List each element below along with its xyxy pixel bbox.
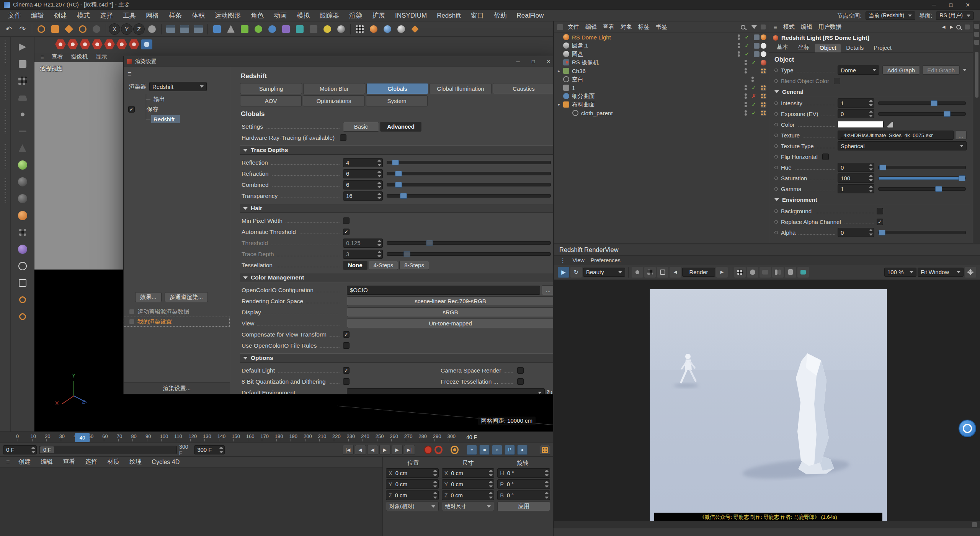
transport-button[interactable]: ◀ — [367, 445, 378, 455]
viewport-menu-item[interactable]: 显示 — [92, 53, 111, 60]
material-tag-icon[interactable] — [761, 43, 766, 49]
spinner[interactable] — [489, 481, 493, 487]
start-render-icon[interactable]: ▶ — [558, 267, 569, 278]
history-forward-icon[interactable]: ▶ — [949, 25, 955, 29]
hamburger-icon[interactable]: ≡ — [3, 459, 13, 466]
menu-item[interactable]: 渲染 — [344, 11, 367, 20]
last-tool-icon[interactable] — [90, 23, 103, 36]
multipass-button[interactable]: 多通道渲染... — [165, 292, 208, 302]
frame-tick[interactable]: 60 — [104, 432, 118, 443]
resize-grip-icon[interactable] — [972, 522, 977, 527]
compare-ab-icon[interactable] — [772, 267, 784, 278]
frame-tick[interactable]: 120 — [190, 432, 205, 443]
plugin-ball-icon[interactable] — [367, 23, 380, 36]
palette-handle[interactable] — [5, 41, 6, 65]
view-button[interactable]: Un-tone-mapped — [347, 319, 554, 328]
visibility-dots[interactable] — [744, 110, 747, 116]
points-mode-icon[interactable] — [14, 107, 31, 122]
frame-tick[interactable]: 280 — [420, 432, 434, 443]
frame-tick[interactable]: 190 — [291, 432, 305, 443]
lock-icon[interactable] — [965, 25, 970, 29]
help-badge[interactable] — [959, 420, 976, 437]
xpresso-qr-icon[interactable] — [353, 23, 366, 36]
x-axis-lock-button[interactable]: X — [109, 23, 120, 35]
frame-tick[interactable]: 10 — [32, 432, 47, 443]
viewport-menu-item[interactable]: 查看 — [48, 53, 67, 60]
menu-item[interactable]: 体积 — [187, 11, 210, 20]
dialog-minimize-button[interactable]: ─ — [510, 57, 526, 67]
object-row[interactable]: 细分曲面 ✗ — [554, 92, 769, 100]
freeze-tessellation-checkbox[interactable] — [517, 378, 524, 385]
exposure-slider[interactable] — [878, 112, 966, 116]
combined-field[interactable]: 6 — [343, 180, 383, 190]
color-management-section[interactable]: Color Management — [240, 273, 555, 282]
quantize-icon[interactable] — [14, 225, 31, 240]
autokey-position-icon[interactable]: + — [467, 445, 477, 455]
visibility-dots[interactable] — [744, 101, 747, 108]
phong-tag-icon[interactable] — [754, 51, 760, 57]
menu-item[interactable]: 帮助 — [489, 11, 512, 20]
model-mode-icon[interactable] — [14, 57, 31, 71]
apply-button[interactable]: 应用 — [497, 502, 550, 511]
spinner[interactable] — [489, 470, 493, 476]
renderer-select[interactable]: Redshift — [149, 82, 207, 91]
transport-button[interactable]: ▶| — [404, 445, 415, 455]
object-row[interactable]: ▾ 布料曲面 ✓ — [554, 100, 769, 109]
visibility-dots[interactable] — [744, 59, 747, 65]
rotate-ccw-icon[interactable] — [14, 293, 31, 307]
frame-tick[interactable]: 70 — [118, 432, 133, 443]
gamma-slider[interactable] — [878, 187, 966, 191]
size-z-field[interactable]: Z0 cm — [442, 490, 495, 500]
general-section[interactable]: General — [772, 88, 970, 96]
object-row[interactable]: 空白 — [554, 75, 769, 83]
palette-handle[interactable] — [5, 178, 6, 203]
spinner[interactable] — [31, 447, 35, 453]
xp-generator-icon[interactable] — [116, 39, 127, 50]
saturation-field[interactable]: 100 — [838, 173, 874, 183]
menu-item[interactable]: INSYDIUM — [390, 12, 432, 20]
alpha-slider[interactable] — [878, 231, 966, 234]
frame-tick[interactable]: 170 — [262, 432, 276, 443]
spline-pen-icon[interactable] — [224, 23, 237, 36]
layers-icon[interactable] — [760, 267, 771, 278]
ocio-config-field[interactable]: $OCIO — [347, 286, 540, 295]
record-options-icon[interactable] — [434, 446, 443, 454]
clipboard-icon[interactable] — [785, 267, 796, 278]
renderview-canvas[interactable]: 《微信公众号: 野鹿志 制作: 野鹿志 作者: 马鹿野郎》 (1.64s) — [554, 280, 980, 521]
mograph-icon[interactable] — [238, 23, 251, 36]
spinner[interactable] — [545, 492, 549, 498]
visibility-dots[interactable] — [744, 93, 747, 99]
ocio-browse-button[interactable]: ... — [542, 285, 555, 295]
spinner[interactable] — [545, 470, 549, 476]
camera-icon[interactable] — [307, 23, 320, 36]
object-menu-item[interactable]: 对象 — [617, 23, 635, 31]
saturation-slider[interactable] — [878, 176, 966, 180]
spinner[interactable] — [219, 447, 223, 453]
tab-project[interactable]: Project — [869, 44, 896, 52]
frame-tick[interactable]: 30 — [61, 432, 75, 443]
preset-item[interactable]: 运动剪辑源渲染数据 — [124, 307, 230, 317]
material-menu-item[interactable]: 创建 — [13, 458, 36, 466]
compensate-view-transform-checkbox[interactable]: ✓ — [343, 331, 350, 338]
expander-icon[interactable]: ▸ — [558, 69, 563, 74]
frame-tick[interactable]: 160 — [248, 432, 262, 443]
workplane-mode-icon[interactable] — [14, 90, 31, 105]
spinner[interactable] — [489, 492, 493, 498]
xp-question-icon[interactable] — [92, 39, 103, 50]
range-start-handle[interactable]: 0 F — [40, 446, 54, 453]
solver-icon[interactable] — [540, 445, 550, 455]
close-button[interactable]: ✕ — [959, 0, 976, 10]
frame-tick[interactable]: 290 — [434, 432, 449, 443]
filter-icon[interactable] — [751, 25, 757, 29]
object-menu-item[interactable]: 编辑 — [582, 23, 600, 31]
alpha-toggle-icon[interactable] — [644, 267, 656, 278]
visibility-dots[interactable] — [737, 51, 740, 57]
xp-tag-icon[interactable] — [761, 102, 766, 108]
menu-item[interactable]: 角色 — [246, 11, 269, 20]
undo-icon[interactable]: ↶ — [2, 23, 15, 36]
size-x-field[interactable]: X0 cm — [442, 468, 495, 478]
prev-bucket-icon[interactable]: ◀ — [670, 267, 681, 278]
frame-tick[interactable]: 20 — [46, 432, 61, 443]
frame-range-slider[interactable]: 0 F — [39, 446, 177, 454]
quantization-checkbox[interactable] — [343, 378, 350, 385]
